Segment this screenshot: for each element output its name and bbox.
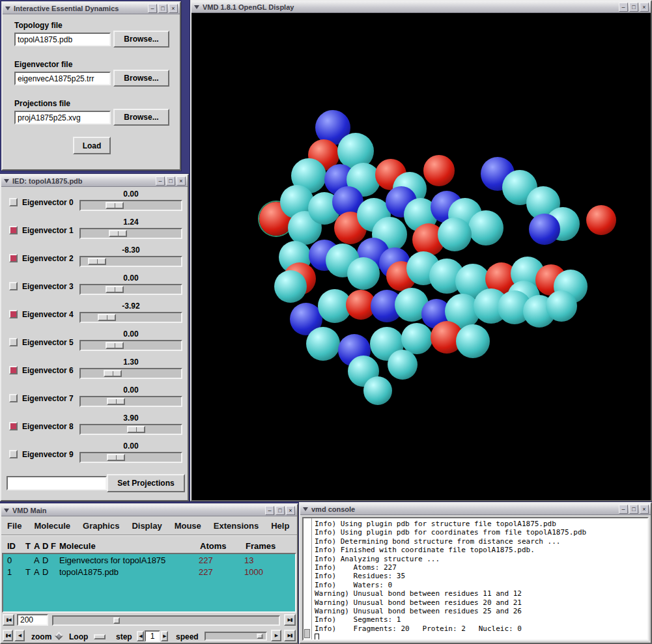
menu-file[interactable]: File <box>7 521 21 531</box>
speed-slider-handle[interactable] <box>257 634 262 639</box>
menu-extensions[interactable]: Extensions <box>214 521 259 531</box>
minimize-button[interactable]: – <box>265 506 274 515</box>
molecule-list[interactable]: 0ADEigenvectors for topolA1875227131TADt… <box>2 553 296 613</box>
menu-help[interactable]: Help <box>271 521 289 531</box>
console-scrollbar[interactable] <box>304 518 312 639</box>
minimize-button[interactable]: – <box>148 4 157 13</box>
eigenvector-7-checkbox[interactable] <box>9 394 18 402</box>
jump-to-start-button[interactable]: ▮◀ <box>3 614 14 626</box>
eigenvector-slider[interactable] <box>79 452 182 463</box>
topology-file-input[interactable] <box>14 33 111 46</box>
close-button[interactable]: × <box>169 4 178 13</box>
slider-handle[interactable] <box>106 286 124 293</box>
eigenvector-label: Eigenvector 4 <box>22 310 74 319</box>
eigenvector-browse-button[interactable]: Browse... <box>113 70 169 87</box>
titlebar[interactable]: Interactive Essential Dynamics –□× <box>3 3 180 14</box>
eigenvector-8-checkbox[interactable] <box>9 422 18 430</box>
play-button[interactable]: ▶ <box>271 630 281 641</box>
slider-handle[interactable] <box>107 454 125 461</box>
window-menu-icon[interactable] <box>3 507 10 514</box>
step-down-button[interactable]: ◀ <box>137 631 144 641</box>
set-projections-button[interactable]: Set Projections <box>107 474 185 492</box>
slider-handle[interactable] <box>88 258 106 265</box>
menu-molecule[interactable]: Molecule <box>34 521 70 531</box>
eigenvector-5-checkbox[interactable] <box>9 338 18 346</box>
maximize-button[interactable]: □ <box>629 3 638 12</box>
eigenvector-1-checkbox[interactable] <box>9 226 18 234</box>
frame-slider[interactable] <box>52 615 280 626</box>
slider-handle[interactable] <box>127 426 145 433</box>
slider-handle[interactable] <box>98 314 116 321</box>
zoom-label: zoom <box>31 632 51 641</box>
eigenvector-slider[interactable] <box>79 368 182 379</box>
eigenvector-slider[interactable] <box>79 424 182 435</box>
projections-file-input[interactable] <box>14 111 111 124</box>
molecule-viewport[interactable] <box>191 13 651 500</box>
menu-graphics[interactable]: Graphics <box>83 521 119 531</box>
eigenvector-file-input[interactable] <box>14 72 111 85</box>
reverse-jump-button[interactable]: ▮◀ <box>3 630 13 641</box>
maximize-button[interactable]: □ <box>166 176 175 186</box>
jump-to-end-button[interactable]: ▶▮ <box>284 614 296 626</box>
eigenvector-slider[interactable] <box>79 256 182 267</box>
zoom-checkbox[interactable] <box>55 632 63 640</box>
minimize-button[interactable]: – <box>156 176 165 186</box>
close-button[interactable]: × <box>286 506 295 515</box>
slider-handle[interactable] <box>107 398 125 405</box>
titlebar[interactable]: IED: topolA1875.pdb –□× <box>1 175 188 187</box>
frame-slider-handle[interactable] <box>113 617 120 624</box>
eigenvector-9-checkbox[interactable] <box>9 450 18 458</box>
slider-handle[interactable] <box>104 370 122 377</box>
eigenvector-0-checkbox[interactable] <box>9 198 18 206</box>
slider-handle[interactable] <box>106 342 124 349</box>
topology-browse-button[interactable]: Browse... <box>113 31 169 48</box>
frame-control-row: ▮◀ ▶▮ <box>1 614 297 627</box>
eigenvector-slider[interactable] <box>79 340 182 351</box>
minimize-button[interactable]: – <box>619 505 628 514</box>
eigenvector-slider[interactable] <box>79 284 182 295</box>
molecule-row[interactable]: 0ADEigenvectors for topolA187522713 <box>3 554 295 566</box>
window-menu-icon[interactable] <box>3 178 10 184</box>
step-input[interactable] <box>145 630 160 642</box>
close-button[interactable]: × <box>640 3 649 12</box>
slider-handle[interactable] <box>109 230 127 237</box>
load-button[interactable]: Load <box>73 137 111 154</box>
console-output[interactable]: Info) Using plugin pdb for structure fil… <box>312 518 647 639</box>
titlebar[interactable]: VMD 1.8.1 OpenGL Display –□× <box>191 1 651 13</box>
eigenvector-2-checkbox[interactable] <box>9 254 18 262</box>
close-button[interactable]: × <box>177 176 186 186</box>
loop-menubutton[interactable]: Loop <box>69 632 88 641</box>
console-scrollbar-thumb[interactable] <box>304 629 310 638</box>
slider-handle[interactable] <box>106 202 124 209</box>
eigenvector-scale: 1.24 <box>79 217 182 239</box>
speed-slider[interactable] <box>205 632 267 641</box>
eigenvector-slider[interactable] <box>79 200 182 211</box>
close-button[interactable]: × <box>640 505 649 514</box>
minimize-button[interactable]: – <box>619 3 628 12</box>
eigenvector-4-checkbox[interactable] <box>9 310 18 318</box>
console-prompt-line <box>315 633 645 639</box>
menu-mouse[interactable]: Mouse <box>175 521 201 531</box>
reverse-play-button[interactable]: ◀ <box>14 630 25 641</box>
maximize-button[interactable]: □ <box>158 4 167 13</box>
eigenvector-label: Eigenvector 6 <box>22 366 74 375</box>
forward-jump-button[interactable]: ▶▮ <box>284 630 296 641</box>
window-menu-icon[interactable] <box>193 4 200 10</box>
titlebar[interactable]: vmd console –□× <box>300 503 651 515</box>
maximize-button[interactable]: □ <box>629 505 638 514</box>
step-up-button[interactable]: ▶ <box>161 631 168 641</box>
eigenvector-3-checkbox[interactable] <box>9 282 18 290</box>
titlebar[interactable]: VMD Main –□× <box>1 505 297 516</box>
eigenvector-6-checkbox[interactable] <box>9 366 18 374</box>
molecule-row[interactable]: 1TADtopolA1875.pdb2271000 <box>3 566 295 578</box>
window-menu-icon[interactable] <box>5 5 11 12</box>
menu-display[interactable]: Display <box>132 521 162 531</box>
frame-number-input[interactable] <box>17 614 48 626</box>
projection-entry[interactable] <box>7 476 107 490</box>
eigenvector-slider[interactable] <box>79 396 182 407</box>
eigenvector-slider[interactable] <box>79 312 182 323</box>
eigenvector-slider[interactable] <box>79 228 182 239</box>
window-menu-icon[interactable] <box>302 506 309 512</box>
projections-browse-button[interactable]: Browse... <box>113 109 169 126</box>
maximize-button[interactable]: □ <box>276 506 285 515</box>
